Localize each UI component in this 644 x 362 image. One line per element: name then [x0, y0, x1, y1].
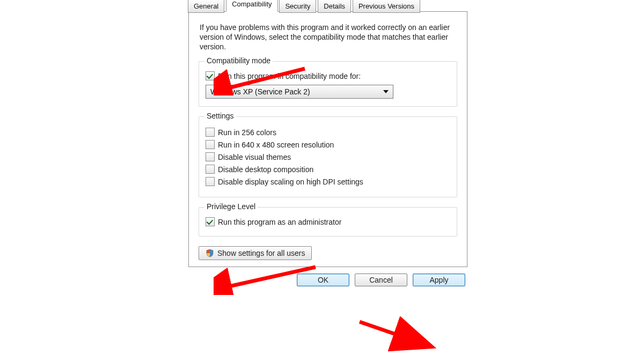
- tab-strip: General Compatibility Security Details P…: [188, 0, 467, 12]
- annotation-arrow-3: [354, 316, 440, 354]
- label-640x480: Run in 640 x 480 screen resolution: [218, 141, 334, 149]
- checkbox-640x480[interactable]: [206, 140, 215, 149]
- label-disable-themes: Disable visual themes: [218, 153, 291, 161]
- tab-security[interactable]: Security: [279, 0, 316, 13]
- apply-button[interactable]: Apply: [413, 274, 465, 286]
- dialog-button-bar: OK Cancel Apply: [188, 274, 465, 286]
- intro-text: If you have problems with this program a…: [200, 23, 456, 51]
- checkbox-run-as-admin-label: Run this program as an administrator: [218, 218, 341, 226]
- label-256-colors: Run in 256 colors: [218, 128, 276, 137]
- group-title-settings: Settings: [204, 112, 236, 120]
- label-disable-dpi-scaling: Disable display scaling on high DPI sett…: [218, 178, 363, 186]
- combo-compat-os[interactable]: Windows XP (Service Pack 2): [206, 85, 393, 99]
- group-title-compat: Compatibility mode: [204, 56, 273, 65]
- group-title-privilege: Privilege Level: [204, 202, 258, 211]
- checkbox-disable-dpi-scaling[interactable]: [206, 177, 215, 186]
- cancel-button[interactable]: Cancel: [355, 274, 407, 286]
- combo-compat-os-value: Windows XP (Service Pack 2): [210, 87, 310, 96]
- checkbox-run-as-admin[interactable]: [206, 217, 215, 226]
- label-disable-composition: Disable desktop composition: [218, 165, 313, 174]
- tab-compatibility[interactable]: Compatibility: [226, 0, 277, 12]
- svg-line-5: [360, 322, 429, 346]
- chevron-down-icon: [383, 90, 389, 93]
- checkbox-compat-mode-label: Run this program in compatibility mode f…: [218, 72, 361, 80]
- ok-button[interactable]: OK: [297, 274, 349, 286]
- tab-general[interactable]: General: [188, 0, 224, 13]
- checkbox-disable-themes[interactable]: [206, 152, 215, 161]
- properties-dialog: General Compatibility Security Details P…: [188, 0, 467, 286]
- tab-details[interactable]: Details: [318, 0, 351, 13]
- tab-previous-versions[interactable]: Previous Versions: [353, 0, 420, 13]
- show-settings-all-users-label: Show settings for all users: [217, 249, 305, 257]
- tab-panel-compatibility: If you have problems with this program a…: [188, 11, 467, 267]
- group-compatibility-mode: Compatibility mode Run this program in c…: [199, 61, 457, 107]
- group-privilege-level: Privilege Level Run this program as an a…: [199, 207, 457, 237]
- checkbox-disable-composition[interactable]: [206, 165, 215, 174]
- checkbox-256-colors[interactable]: [206, 128, 215, 137]
- checkbox-compat-mode[interactable]: [206, 71, 215, 80]
- group-settings: Settings Run in 256 colors Run in 640 x …: [199, 116, 457, 197]
- shield-icon: [206, 249, 214, 257]
- show-settings-all-users-button[interactable]: Show settings for all users: [199, 246, 312, 260]
